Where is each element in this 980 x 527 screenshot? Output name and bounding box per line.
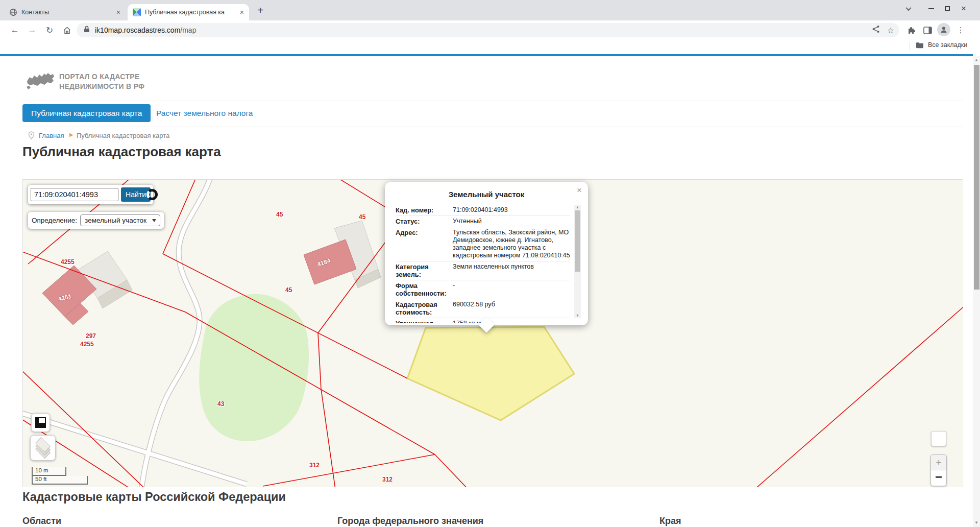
page-title: Публичная кадастровая карта [22, 144, 221, 160]
popup-row-value: Земли населенных пунктов [453, 263, 570, 278]
cadastre-map[interactable]: 425542512974255454545418443312312 Найти … [22, 179, 963, 487]
footer-heading: Кадастровые карты Российской Федерации [22, 490, 286, 504]
popup-row: Уточненная площадь:1758 кв.м [396, 318, 570, 323]
popup-scroll-up-icon[interactable]: ▲ [574, 205, 581, 210]
browser-tab-bar: Контакты × Публичная кадастровая ка × + … [0, 0, 980, 20]
popup-scrollbar-thumb[interactable] [575, 210, 580, 272]
popup-row-label: Кад. номер: [396, 206, 453, 214]
popup-row-value: Тульская область, Заокский район, МО Дем… [453, 229, 570, 259]
page-scrollbar[interactable]: ▲ ▼ [973, 56, 980, 527]
tab-search-chevron-icon[interactable] [902, 0, 915, 17]
map-parcel-label: 312 [382, 476, 393, 483]
browser-tab-contacts[interactable]: Контакты × [4, 4, 126, 20]
side-panel-icon[interactable] [921, 23, 934, 37]
share-icon[interactable] [872, 25, 880, 35]
back-icon[interactable]: ← [8, 23, 21, 37]
nav-tab-public-cadastre-map[interactable]: Публичная кадастровая карта [22, 104, 151, 122]
browser-toolbar: ← → ↻ ik10map.roscadastres.com/map ☆ ⋮ [0, 20, 980, 39]
layers-button[interactable] [30, 435, 56, 461]
popup-row-value: Учтенный [453, 218, 570, 225]
header-divider [22, 101, 963, 101]
search-input[interactable] [31, 188, 118, 201]
breadcrumb-home-link[interactable]: Главная [39, 132, 64, 139]
profile-avatar[interactable] [937, 23, 950, 36]
popup-close-icon[interactable]: × [577, 186, 582, 195]
all-bookmarks-button[interactable]: Все закладки [916, 41, 967, 49]
window-maximize-button[interactable] [941, 0, 953, 17]
popup-scrollbar[interactable]: ▲ ▼ [574, 205, 581, 318]
browser-tab-cadastre[interactable]: Публичная кадастровая ка × [128, 4, 249, 20]
map-parcel-label: 297 [86, 332, 96, 340]
bookmark-star-icon[interactable]: ☆ [887, 26, 894, 35]
popup-title: Земельный участок [385, 182, 588, 199]
map-parcel-label: 43 [217, 400, 225, 408]
popup-row-value: 71:09:020401:4993 [453, 206, 570, 214]
popup-row-label: Статус: [396, 218, 453, 225]
popup-row: Адрес:Тульская область, Заокский район, … [396, 227, 570, 261]
nav-tab-land-tax-calc[interactable]: Расчет земельного налога [156, 104, 253, 122]
footer-column-federal-cities: Города федерального значения [337, 516, 483, 526]
popup-row-value: 1758 кв.м [453, 320, 570, 323]
forward-icon[interactable]: → [26, 23, 39, 37]
map-parcel-label: 45 [276, 211, 283, 218]
popup-row-label: Кадастровая стоимость: [396, 301, 453, 316]
parcel-info-popup: Земельный участок × Кад. номер:71:09:020… [385, 182, 588, 325]
tab-title: Публичная кадастровая ка [145, 9, 237, 16]
page-scrollbar-thumb[interactable] [974, 65, 979, 290]
popup-row: Кадастровая стоимость:690032.58 руб [396, 299, 570, 318]
logo-line2: НЕДВИЖИМОСТИ В РФ [59, 82, 144, 91]
logo-line1: ПОРТАЛ О КАДАСТРЕ [59, 72, 144, 82]
scale-metric: 10 m [32, 467, 66, 476]
map-filter-panel: Определение: земельный участок [28, 212, 164, 229]
all-bookmarks-label: Все закладки [928, 41, 967, 49]
extensions-puzzle-icon[interactable] [904, 23, 918, 37]
popup-scroll-down-icon[interactable]: ▼ [574, 313, 581, 318]
object-type-value: земельный участок [85, 217, 146, 224]
globe-icon [9, 8, 17, 16]
portal-logo-russia-map [25, 70, 56, 95]
overview-map-button[interactable] [931, 431, 946, 446]
map-parcel-label: 4255 [61, 258, 75, 266]
bookmarks-separator [910, 42, 910, 51]
map-parcel-label: 312 [309, 462, 320, 469]
zoom-out-button[interactable]: − [931, 470, 946, 486]
popup-row-label: Уточненная площадь: [396, 320, 453, 323]
breadcrumb-arrow-icon: ▶ [69, 132, 74, 137]
map-parcel-label: 45 [285, 286, 292, 294]
footer-column-krais: Края [659, 516, 681, 526]
cadastre-pinwheel-icon [133, 8, 141, 16]
object-type-select[interactable]: земельный участок [80, 214, 160, 226]
ruler-icon [35, 417, 46, 428]
breadcrumb-pin-icon [28, 131, 35, 141]
popup-row: Кад. номер:71:09:020401:4993 [396, 205, 570, 216]
zoom-in-button[interactable]: + [931, 455, 946, 470]
measure-tool-button[interactable] [31, 413, 50, 432]
window-close-button[interactable]: × [957, 0, 971, 17]
tab-title: Контакты [21, 9, 113, 16]
close-tab-icon[interactable]: × [116, 9, 120, 16]
browser-menu-icon[interactable]: ⋮ [955, 23, 966, 37]
popup-row: Форма собственности:- [396, 280, 570, 299]
reload-icon[interactable]: ↻ [43, 23, 56, 37]
window-minimize-button[interactable] [925, 0, 937, 17]
url-path: /map [180, 26, 196, 34]
popup-row-label: Форма собственности: [396, 282, 453, 297]
portal-logo-text: ПОРТАЛ О КАДАСТРЕ НЕДВИЖИМОСТИ В РФ [59, 72, 144, 91]
chevron-down-icon [152, 219, 156, 222]
popup-row-value: - [453, 282, 570, 297]
footer-column-regions: Области [22, 516, 61, 526]
url-host: ik10map.roscadastres.com [95, 26, 180, 34]
scroll-up-icon[interactable]: ▲ [973, 56, 980, 64]
popup-row-label: Категория земель: [396, 263, 453, 278]
close-tab-icon[interactable]: × [240, 9, 244, 16]
popup-row: Категория земель:Земли населенных пункто… [396, 261, 570, 280]
loading-spinner-icon [146, 189, 158, 200]
home-icon[interactable] [60, 23, 74, 37]
new-tab-button[interactable]: + [254, 5, 266, 16]
folder-icon [916, 42, 924, 49]
map-scale-control: 10 m 50 ft [32, 467, 88, 485]
url-bar[interactable]: ik10map.roscadastres.com/map ☆ [77, 23, 899, 37]
breadcrumb-current: Публичная кадастровая карта [77, 132, 169, 139]
map-search-panel: Найти [28, 185, 153, 204]
scroll-down-icon[interactable]: ▼ [973, 519, 980, 527]
